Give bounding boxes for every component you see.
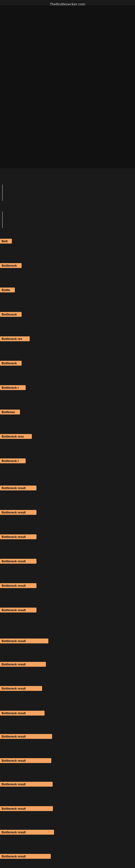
bottleneck-result-label: Bottleneck result bbox=[0, 782, 53, 786]
bottleneck-result-label: Bottleneck result bbox=[0, 830, 54, 835]
bottleneck-result-label: Bottleneck result bbox=[0, 486, 37, 490]
chart-area bbox=[0, 5, 135, 168]
bottleneck-result-label: Bottleneck result bbox=[0, 559, 37, 564]
bottleneck-result-label: Bottleneck result bbox=[0, 734, 52, 739]
bottleneck-result-label: Bott bbox=[0, 239, 12, 244]
bottleneck-result-label: Bottleneck result bbox=[0, 662, 46, 667]
bottleneck-result-label: Bottleneck bbox=[0, 361, 21, 366]
vertical-line-2 bbox=[2, 212, 3, 228]
bottleneck-result-label: Bottleneck result bbox=[0, 806, 53, 811]
bottleneck-result-label: Bottleneck result bbox=[0, 711, 45, 716]
bottleneck-result-label: Bottleneck result bbox=[0, 583, 37, 588]
bottleneck-result-label: Bottleneck result bbox=[0, 534, 37, 539]
bottleneck-result-label: Bottle bbox=[0, 287, 15, 292]
bottleneck-result-label: Bottlenec bbox=[0, 410, 20, 414]
bottleneck-result-label: Bottleneck result bbox=[0, 510, 37, 515]
bottleneck-result-label: Bottleneck bbox=[0, 312, 21, 317]
bottleneck-result-label: Bottleneck res bbox=[0, 336, 30, 341]
bottleneck-result-label: Bottleneck bbox=[0, 263, 21, 268]
bottleneck-result-label: Bottleneck r bbox=[0, 458, 26, 463]
bottleneck-result-label: Bottleneck result bbox=[0, 608, 37, 613]
bottleneck-result-label: Bottleneck result bbox=[0, 854, 51, 859]
bottleneck-result-label: Bottleneck result bbox=[0, 758, 51, 763]
bottleneck-result-label: Bottleneck result bbox=[0, 686, 42, 691]
bottleneck-result-label: Bottleneck r bbox=[0, 385, 26, 390]
vertical-line-1 bbox=[2, 184, 3, 201]
bottleneck-result-label: Bottleneck result bbox=[0, 639, 48, 643]
bottleneck-result-label: Bottleneck resu bbox=[0, 434, 32, 439]
